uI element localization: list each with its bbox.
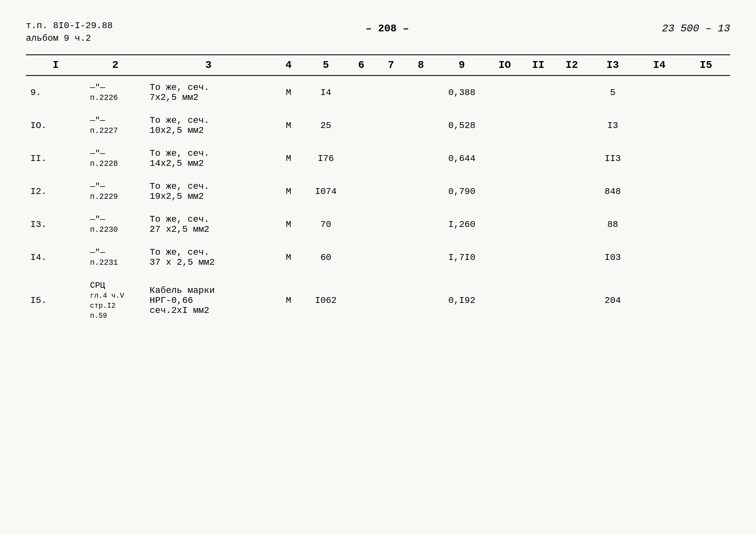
col-header-12: I2 [555,55,589,76]
row-14-col13: I03 [589,241,637,274]
row-9-col11 [522,76,555,109]
row-11-col14 [637,142,682,175]
row-10-col7 [376,109,406,142]
row-10-num: IO. [26,109,86,142]
header-page-num: – 208 – [366,23,409,35]
page: т.п. 8I0-I-29.88 альбом 9 ч.2 – 208 – 23… [0,0,756,535]
table-row: I3. —″— п.2230 То же, сеч.27 x2,5 мм2 М … [26,208,730,241]
row-11-col15 [682,142,730,175]
row-15-unit: М [272,274,305,327]
row-10-desc: То же, сеч.10x2,5 мм2 [145,109,272,142]
row-14-col14 [637,241,682,274]
row-12-col15 [682,175,730,208]
row-15-col15 [682,274,730,327]
row-15-col5: I062 [305,274,346,327]
row-13-col12 [555,208,589,241]
row-14-col12 [555,241,589,274]
row-13-col13: 88 [589,208,637,241]
row-15-col8 [406,274,436,327]
row-13-desc: То же, сеч.27 x2,5 мм2 [145,208,272,241]
header-doc-num: 23 500 – 13 [662,23,730,35]
row-15-col12 [555,274,589,327]
row-14-col7 [376,241,406,274]
col-header-2: 2 [86,55,146,76]
row-11-col9: 0,644 [436,142,488,175]
col-header-7: 7 [376,55,406,76]
row-12-col6 [346,175,376,208]
col-header-6: 6 [346,55,376,76]
row-13-col15 [682,208,730,241]
row-10-ref: —″— п.2227 [86,109,146,142]
col-header-5: 5 [305,55,346,76]
row-15-col10 [488,274,522,327]
row-11-col12 [555,142,589,175]
col-header-11: II [522,55,555,76]
row-9-col6 [346,76,376,109]
row-9-desc: То же, сеч.7x2,5 мм2 [145,76,272,109]
table-row: II. —″— п.2228 То же, сеч.14x2,5 мм2 М I… [26,142,730,175]
row-9-unit: М [272,76,305,109]
row-10-col9: 0,528 [436,109,488,142]
row-13-ref: —″— п.2230 [86,208,146,241]
row-10-col6 [346,109,376,142]
row-11-col13: II3 [589,142,637,175]
row-11-col11 [522,142,555,175]
row-10-col14 [637,109,682,142]
row-13-col11 [522,208,555,241]
row-12-col12 [555,175,589,208]
row-14-ref: —″— п.2231 [86,241,146,274]
row-10-col11 [522,109,555,142]
table-row: I4. —″— п.2231 То же, сеч.37 x 2,5 мм2 М… [26,241,730,274]
row-11-col5: I76 [305,142,346,175]
row-14-desc: То же, сеч.37 x 2,5 мм2 [145,241,272,274]
table-row: I2. —″— п.2229 То же, сеч.19x2,5 мм2 М I… [26,175,730,208]
row-13-col9: I,260 [436,208,488,241]
col-header-9: 9 [436,55,488,76]
row-10-unit: М [272,109,305,142]
header-album: альбом 9 ч.2 [26,32,113,44]
row-10-col5: 25 [305,109,346,142]
row-12-ref: —″— п.2229 [86,175,146,208]
row-13-unit: М [272,208,305,241]
row-13-col7 [376,208,406,241]
header-ref: т.п. 8I0-I-29.88 [26,19,113,32]
col-header-3: 3 [145,55,272,76]
row-9-col5: I4 [305,76,346,109]
col-header-14: I4 [637,55,682,76]
col-header-4: 4 [272,55,305,76]
table-header-row: I 2 3 4 5 6 7 8 9 IO II I2 I3 I4 I5 [26,55,730,76]
col-header-8: 8 [406,55,436,76]
row-14-col5: 60 [305,241,346,274]
row-14-col10 [488,241,522,274]
row-13-col10 [488,208,522,241]
row-15-col14 [637,274,682,327]
row-13-num: I3. [26,208,86,241]
col-header-15: I5 [682,55,730,76]
row-12-col10 [488,175,522,208]
row-12-col14 [637,175,682,208]
row-9-ref: —″— п.2226 [86,76,146,109]
row-9-col10 [488,76,522,109]
row-9-col12 [555,76,589,109]
row-11-desc: То же, сеч.14x2,5 мм2 [145,142,272,175]
row-12-col9: 0,790 [436,175,488,208]
row-15-col9: 0,I92 [436,274,488,327]
row-13-col8 [406,208,436,241]
row-12-col8 [406,175,436,208]
row-10-col13: I3 [589,109,637,142]
row-12-col13: 848 [589,175,637,208]
row-11-ref: —″— п.2228 [86,142,146,175]
row-11-col8 [406,142,436,175]
row-11-col7 [376,142,406,175]
header-left: т.п. 8I0-I-29.88 альбом 9 ч.2 [26,19,113,44]
row-12-col7 [376,175,406,208]
row-9-col14 [637,76,682,109]
row-14-col9: I,7I0 [436,241,488,274]
row-14-num: I4. [26,241,86,274]
row-15-desc: Кабель маркиНРГ-0,66сеч.2xI мм2 [145,274,272,327]
row-13-col5: 70 [305,208,346,241]
row-9-col7 [376,76,406,109]
row-13-col14 [637,208,682,241]
row-14-col11 [522,241,555,274]
row-15-col11 [522,274,555,327]
